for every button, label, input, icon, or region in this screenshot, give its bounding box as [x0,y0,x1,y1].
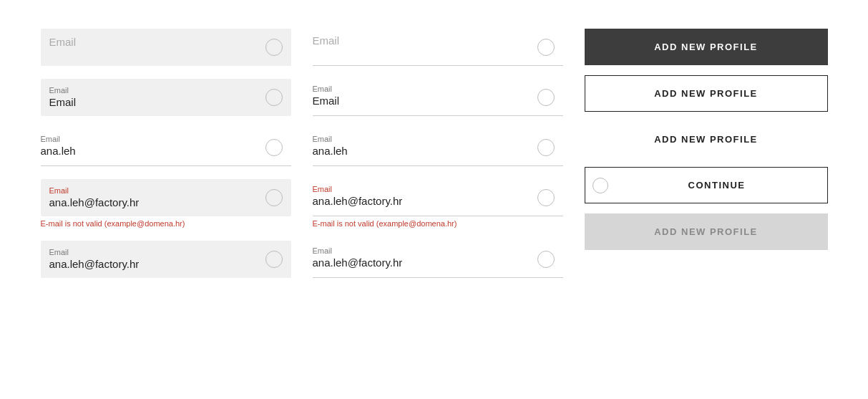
input-block-mid-1: Email [313,29,563,66]
input-field-mid-2[interactable]: EmailEmail [313,79,563,116]
input-label-left-3: Email [41,135,257,143]
button-btn-2[interactable]: ADD NEW PROFILE [585,75,828,112]
input-field-mid-5[interactable]: Emailana.leh@factory.hr [313,241,563,278]
input-field-left-5[interactable]: Emailana.leh@factory.hr [41,241,291,278]
input-block-left-3: Emailana.leh [41,129,291,166]
input-block-left-5: Emailana.leh@factory.hr [41,241,291,278]
input-field-left-4[interactable]: Emailana.leh@factory.hr [41,179,291,216]
error-text-mid-4: E-mail is not valid (example@domena.hr) [313,219,563,228]
input-value-mid-4: ana.leh@factory.hr [313,195,529,207]
input-value-mid-2: Email [313,95,529,107]
continue-label: CONTINUE [688,180,746,191]
left-column: EmailEmailEmailEmailana.lehEmailana.leh@… [41,29,291,278]
right-column: ADD NEW PROFILEADD NEW PROFILEADD NEW PR… [585,29,828,278]
input-label-mid-2: Email [313,85,529,93]
radio-circle-left-5[interactable] [265,251,283,268]
input-label-mid-4: Email [313,185,529,193]
input-field-mid-4[interactable]: Emailana.leh@factory.hr [313,179,563,216]
input-placeholder-mid-1: Email [313,34,529,47]
input-field-left-3[interactable]: Emailana.leh [41,129,291,166]
input-value-left-4: ana.leh@factory.hr [49,196,257,208]
continue-radio-icon [593,178,608,193]
input-label-mid-5: Email [313,246,529,255]
error-text-left-4: E-mail is not valid (example@domena.hr) [41,219,291,228]
button-btn-4[interactable]: CONTINUE [585,167,828,203]
input-block-mid-3: Emailana.leh [313,129,563,166]
input-field-left-1[interactable]: Email [41,29,291,66]
input-block-mid-2: EmailEmail [313,79,563,116]
input-label-left-5: Email [49,248,257,256]
input-block-left-2: EmailEmail [41,79,291,116]
input-value-mid-3: ana.leh [313,145,529,157]
radio-circle-mid-5[interactable] [537,251,555,268]
input-block-left-4: Emailana.leh@factory.hrE-mail is not val… [41,179,291,228]
main-container: EmailEmailEmailEmailana.lehEmailana.leh@… [41,29,828,278]
input-field-mid-1[interactable]: Email [313,29,563,66]
radio-circle-left-1[interactable] [265,39,283,56]
input-placeholder-left-1: Email [49,36,257,48]
button-btn-5[interactable]: ADD NEW PROFILE [585,213,828,250]
input-block-mid-5: Emailana.leh@factory.hr [313,241,563,278]
input-field-mid-3[interactable]: Emailana.leh [313,129,563,166]
input-field-left-2[interactable]: EmailEmail [41,79,291,116]
input-label-left-4: Email [49,186,257,195]
input-value-mid-5: ana.leh@factory.hr [313,256,529,269]
radio-circle-left-2[interactable] [265,89,283,106]
input-label-mid-3: Email [313,135,529,143]
input-value-left-2: Email [49,96,257,108]
radio-circle-mid-4[interactable] [537,189,555,206]
button-btn-3[interactable]: ADD NEW PROFILE [585,122,828,157]
middle-column: EmailEmailEmailEmailana.lehEmailana.leh@… [313,29,563,278]
radio-circle-left-4[interactable] [265,189,283,206]
radio-circle-mid-3[interactable] [537,139,555,156]
input-block-mid-4: Emailana.leh@factory.hrE-mail is not val… [313,179,563,228]
input-value-left-5: ana.leh@factory.hr [49,258,257,270]
input-block-left-1: Email [41,29,291,66]
input-label-left-2: Email [49,86,257,95]
radio-circle-mid-2[interactable] [537,89,555,106]
input-value-left-3: ana.leh [41,145,257,157]
button-btn-1[interactable]: ADD NEW PROFILE [585,29,828,65]
radio-circle-left-3[interactable] [265,139,283,156]
radio-circle-mid-1[interactable] [537,39,555,56]
